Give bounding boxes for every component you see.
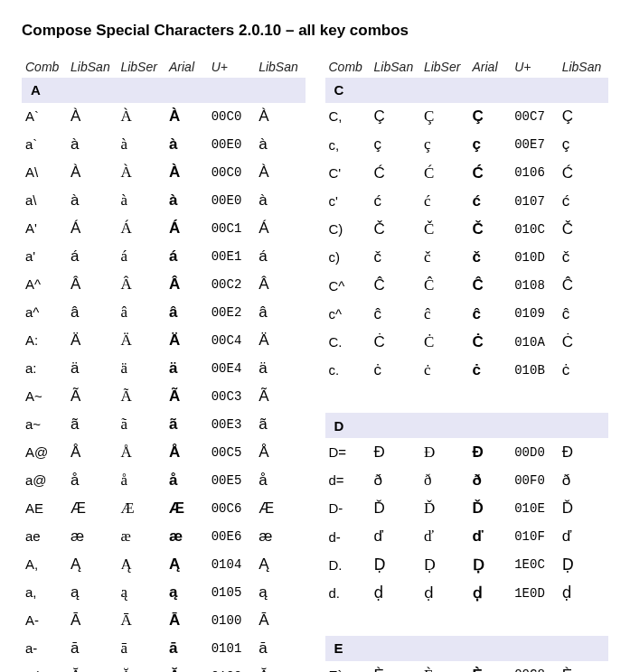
cell-libsan: å	[67, 466, 117, 494]
cell-libsan: Á	[67, 214, 117, 242]
cell-comb: A:	[22, 326, 67, 354]
table-row: c^ĉĉĉ0109ĉ	[325, 300, 609, 328]
cell-arial: č	[469, 243, 512, 271]
cell-comb: C)	[325, 215, 371, 243]
cell-libsan: À	[67, 158, 117, 186]
cell-libsan: Æ	[67, 494, 117, 522]
cell-codepoint: 010A	[511, 328, 558, 356]
col-header: Comb	[22, 56, 67, 78]
combos-table-left: CombLibSanLibSerArialU+LibSanAA`ÀÀÀ00C0À…	[22, 56, 306, 672]
cell-codepoint: 1E0D	[511, 579, 558, 607]
table-row: D=ĐĐĐ00D0Đ	[325, 438, 609, 466]
cell-libser: Ä	[117, 326, 165, 354]
cell-libsan: Ą	[67, 550, 117, 578]
cell-libsan2: Č	[559, 215, 608, 243]
cell-libsan: ā	[67, 634, 117, 662]
cell-arial: Ć	[469, 159, 512, 187]
cell-libsan2: À	[255, 158, 305, 186]
cell-libser: ð	[420, 466, 469, 494]
cell-libsan2: æ	[255, 522, 305, 550]
cell-libsan2: à	[255, 186, 305, 214]
table-row: D.ḌḌḌ1E0CḌ	[325, 551, 609, 579]
cell-libsan: È	[371, 661, 420, 672]
cell-comb: A\	[22, 158, 67, 186]
table-row: c,ççç00E7ç	[325, 131, 609, 159]
cell-libser: ä	[117, 354, 165, 382]
cell-libsan2: Å	[255, 438, 305, 466]
cell-libsan2: á	[255, 242, 305, 270]
cell-codepoint: 00D0	[511, 438, 558, 466]
cell-arial: ḍ	[469, 579, 512, 607]
cell-codepoint: 00C3	[208, 382, 255, 410]
cell-libsan2: Ä	[255, 326, 305, 354]
cell-arial: â	[165, 298, 208, 326]
cell-libsan: Ă	[67, 662, 117, 672]
cell-codepoint: 00C7	[511, 103, 558, 131]
table-row: aeæææ00E6æ	[22, 522, 306, 550]
table-row: A-ĀĀĀ0100Ā	[22, 606, 306, 634]
cell-codepoint: 00E0	[208, 130, 255, 158]
cell-libsan: á	[67, 242, 117, 270]
cell-libser: À	[117, 158, 165, 186]
cell-libser: å	[117, 466, 165, 494]
col-header: LibSan	[67, 56, 117, 78]
table-row: a,ąąą0105ą	[22, 578, 306, 606]
cell-libser: ã	[117, 410, 165, 438]
cell-codepoint: 00C4	[208, 326, 255, 354]
table-row: c)ččč010Dč	[325, 243, 609, 271]
cell-codepoint: 00E5	[208, 466, 255, 494]
cell-arial: ą	[165, 578, 208, 606]
cell-comb: ae	[22, 522, 67, 550]
cell-codepoint: 1E0C	[511, 551, 558, 579]
cell-codepoint: 010E	[511, 494, 558, 522]
cell-libsan2: Ć	[559, 159, 608, 187]
cell-comb: d=	[325, 466, 371, 494]
cell-comb: a,	[22, 578, 67, 606]
table-row: A(ĂĂĂ0102Ă	[22, 662, 306, 672]
table-row: a^âââ00E2â	[22, 298, 306, 326]
cell-arial: Å	[165, 438, 208, 466]
cell-arial: à	[165, 130, 208, 158]
cell-arial: ď	[469, 523, 512, 551]
cell-comb: A~	[22, 382, 67, 410]
cell-libsan: Ď	[371, 494, 420, 522]
cell-libsan2: ċ	[559, 356, 608, 384]
cell-comb: a^	[22, 298, 67, 326]
table-row: d-ďďď010Fď	[325, 523, 609, 551]
cell-libsan: ð	[371, 466, 420, 494]
cell-libser: ć	[420, 187, 469, 215]
cell-libsan2: ā	[255, 634, 305, 662]
cell-codepoint: 00E4	[208, 354, 255, 382]
col-header: LibSer	[117, 56, 165, 78]
cell-arial: È	[469, 661, 512, 672]
cell-codepoint: 0101	[208, 634, 255, 662]
cell-comb: c'	[325, 187, 371, 215]
cell-arial: Ḍ	[469, 551, 512, 579]
cell-libsan2: Ă	[255, 662, 305, 672]
cell-libser: à	[117, 130, 165, 158]
cell-comb: c,	[325, 131, 371, 159]
table-row: C,ÇÇÇ00C7Ç	[325, 103, 609, 131]
cell-libsan: Ċ	[371, 328, 420, 356]
table-row: C^ĈĈĈ0108Ĉ	[325, 272, 609, 300]
combos-table-right: CombLibSanLibSerArialU+LibSanCC,ÇÇÇ00C7Ç…	[325, 56, 609, 672]
cell-libsan: ď	[371, 523, 420, 551]
cell-libsan: à	[67, 130, 117, 158]
cell-libser: Ā	[117, 606, 165, 634]
cell-libsan2: Ą	[255, 550, 305, 578]
cell-libsan2: Ḍ	[559, 551, 608, 579]
cell-arial: Ç	[469, 103, 512, 131]
cell-libsan: ć	[371, 187, 420, 215]
cell-libsan: Č	[371, 215, 420, 243]
cell-comb: A`	[22, 103, 67, 131]
cell-libsan2: ç	[559, 131, 608, 159]
cell-libser: Ã	[117, 382, 165, 410]
cell-arial: æ	[165, 522, 208, 550]
table-row: A,ĄĄĄ0104Ą	[22, 550, 306, 578]
cell-codepoint: 0105	[208, 578, 255, 606]
cell-libser: Ċ	[420, 328, 469, 356]
cell-libsan2: Ĉ	[559, 272, 608, 300]
cell-libsan: ç	[371, 131, 420, 159]
table-row: a-āāā0101ā	[22, 634, 306, 662]
cell-arial: Ā	[165, 606, 208, 634]
